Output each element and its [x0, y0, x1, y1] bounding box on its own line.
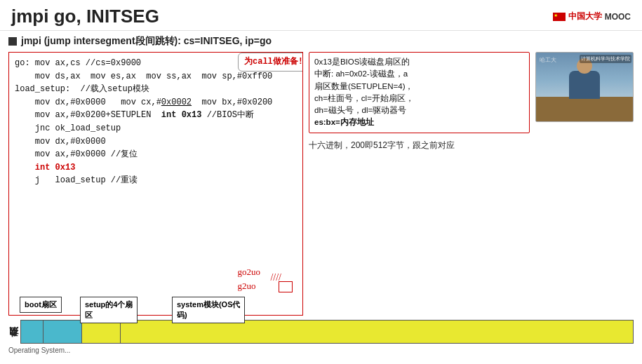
callout-text: 为call做准备!: [244, 57, 303, 67]
code-line-6: jnc ok_load_setup: [15, 122, 297, 135]
content-area: jmpi (jump intersegment段间跳转): cs=INITSEG…: [0, 31, 642, 358]
bottom-bar: 启动盘 boot扇区: [8, 318, 634, 345]
handwrite-text-2: g2uo: [238, 279, 261, 293]
system-segment: [121, 321, 633, 343]
header: jmpi go, INITSEG 中国大学 MOOC: [0, 0, 642, 31]
video-col: 计算机科学与技术学院 哈工大: [535, 52, 634, 316]
code-line-5: mov ax,#0x0200+SETUPLEN int 0x13 //BIOS中…: [15, 109, 297, 122]
boot-segment: [21, 321, 44, 343]
subtitle-text: jmpi (jump intersegment段间跳转): cs=INITSEG…: [21, 35, 272, 48]
video-thumbnail[interactable]: 计算机科学与技术学院 哈工大: [535, 52, 634, 122]
logo-area: 中国大学 MOOC: [553, 11, 631, 22]
handwrite-area: go2uo g2uo: [238, 265, 261, 292]
small-rect: [279, 281, 293, 292]
slide-container: jmpi go, INITSEG 中国大学 MOOC jmpi (jump in…: [0, 0, 642, 364]
code-line-10: j load_setup //重读: [15, 174, 297, 187]
system-label-box: system模块(OS代码): [172, 297, 245, 323]
mooc-text: MOOC: [605, 12, 631, 22]
code-box: 为call做准备! go: mov ax,cs //cs=0x9000 mov …: [8, 52, 303, 316]
desk: [536, 97, 633, 121]
person-body: [569, 71, 600, 99]
annotation-box: 0x13是BIOS读磁盘扇区的中断: ah=0x02-读磁盘，a扇区数量(SET…: [309, 52, 530, 133]
annotation-text: 0x13是BIOS读磁盘扇区的中断: ah=0x02-读磁盘，a扇区数量(SET…: [314, 58, 414, 126]
annotation-note: 十六进制，200即512字节，跟之前对应: [309, 139, 530, 151]
os-label: Operating System...: [8, 346, 634, 354]
boot-label-box: boot扇区: [20, 297, 62, 313]
annotations-col: 0x13是BIOS读磁盘扇区的中断: ah=0x02-读磁盘，a扇区数量(SET…: [309, 52, 530, 316]
disk-diagram: boot扇区 setup的4个扇区 system模块(OS代码): [20, 320, 634, 344]
subtitle-bullet: [8, 37, 17, 46]
startup-disk-label: 启动盘: [8, 319, 18, 344]
slide-title: jmpi go, INITSEG: [11, 6, 159, 27]
code-line-4: mov dx,#0x0000 mov cx,#0x0002 mov bx,#0x…: [15, 96, 297, 109]
main-section: 为call做准备! go: mov ax,cs //cs=0x9000 mov …: [8, 52, 634, 316]
handwrite-text-1: go2uo: [238, 265, 261, 279]
setup-segment: [44, 321, 82, 343]
code-line-2: mov ds,ax mov es,ax mov ss,ax mov sp,#0x…: [15, 70, 297, 83]
code-line-3: load_setup: //载入setup模块: [15, 83, 297, 96]
callout-bubble: 为call做准备!: [238, 53, 303, 72]
svg-rect-0: [553, 13, 566, 21]
code-line-9: int 0x13: [15, 161, 297, 175]
setup-label-box: setup的4个扇区: [80, 297, 138, 323]
logo-text: 中国大学: [568, 11, 602, 22]
board-text: 哈工大: [540, 56, 556, 64]
gap-segment: [82, 321, 121, 343]
code-line-7: mov dx,#0x0000: [15, 135, 297, 149]
code-line-8: mov ax,#0x0000 //复位: [15, 148, 297, 161]
subtitle: jmpi (jump intersegment段间跳转): cs=INITSEG…: [8, 35, 634, 48]
univ-overlay: 计算机科学与技术学院: [580, 55, 631, 63]
china-flag-icon: [553, 13, 566, 21]
